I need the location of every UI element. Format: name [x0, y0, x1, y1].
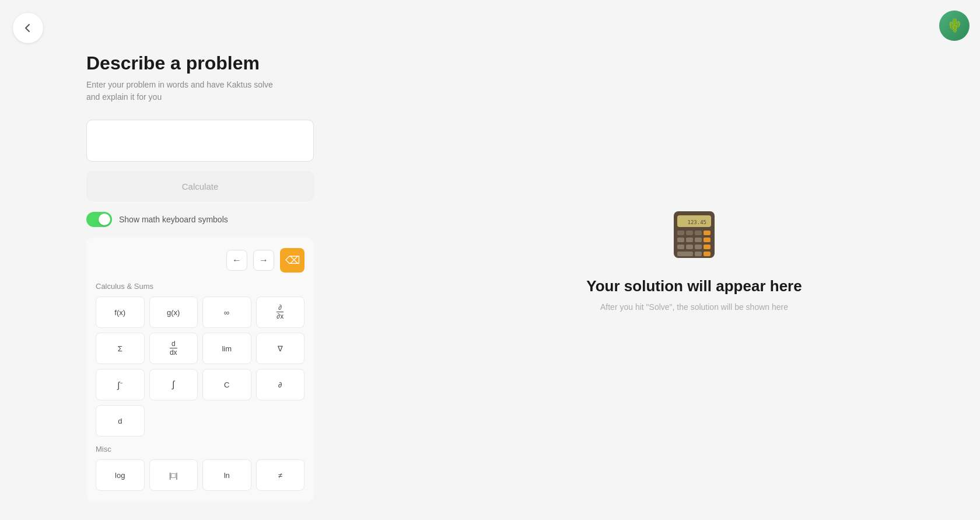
svg-text:123.45: 123.45: [687, 219, 706, 225]
misc-key-grid: log |□| ln ≠: [96, 459, 304, 491]
svg-rect-11: [677, 245, 684, 249]
key-fx[interactable]: f(x): [96, 296, 145, 328]
key-int-super[interactable]: ∫−: [96, 369, 145, 400]
key-contour[interactable]: C: [202, 369, 251, 400]
page-title: Describe a problem: [86, 53, 314, 74]
svg-rect-8: [686, 238, 693, 242]
key-d-dx[interactable]: d dx: [149, 333, 198, 364]
key-log[interactable]: log: [96, 459, 145, 491]
svg-rect-10: [704, 238, 710, 242]
svg-rect-5: [695, 231, 702, 235]
key-nabla[interactable]: ∇: [256, 333, 305, 364]
solution-title: Your solution will appear here: [586, 277, 802, 295]
svg-rect-9: [695, 238, 702, 242]
keyboard-panel: ← → ⌫ Calculus & Sums f(x) g(x) ∞ ∂ ∂x Σ…: [86, 238, 314, 501]
key-abs[interactable]: |□|: [149, 459, 198, 491]
svg-rect-13: [695, 245, 702, 249]
page-subtitle: Enter your problem in words and have Kak…: [86, 79, 314, 103]
key-lim[interactable]: lim: [202, 333, 251, 364]
keyboard-nav: ← → ⌫: [96, 248, 304, 273]
misc-section-label: Misc: [96, 445, 304, 453]
svg-rect-12: [686, 245, 693, 249]
calculator-icon: 123.45: [668, 208, 720, 261]
calculate-button[interactable]: Calculate: [86, 171, 314, 201]
svg-rect-7: [677, 238, 684, 242]
svg-rect-17: [704, 252, 710, 256]
calculus-key-grid: f(x) g(x) ∞ ∂ ∂x Σ d dx lim ∇ ∫− ∫ C ∂: [96, 296, 304, 437]
toggle-label: Show math keyboard symbols: [119, 215, 228, 224]
svg-rect-6: [704, 231, 710, 235]
key-gx[interactable]: g(x): [149, 296, 198, 328]
svg-rect-4: [686, 231, 693, 235]
svg-rect-14: [704, 245, 710, 249]
nav-right-button[interactable]: →: [253, 250, 274, 271]
key-partial-dx[interactable]: ∂ ∂x: [256, 296, 305, 328]
key-sigma[interactable]: Σ: [96, 333, 145, 364]
key-inf[interactable]: ∞: [202, 296, 251, 328]
svg-rect-3: [677, 231, 684, 235]
solution-subtitle: After you hit "Solve", the solution will…: [600, 302, 788, 312]
right-panel: 123.45 Your solution will appear here Af…: [408, 0, 980, 520]
key-ln[interactable]: ln: [202, 459, 251, 491]
key-d[interactable]: d: [96, 405, 145, 437]
left-panel: Describe a problem Enter your problem in…: [86, 53, 314, 501]
key-neq[interactable]: ≠: [256, 459, 305, 491]
nav-left-button[interactable]: ←: [226, 250, 247, 271]
toggle-row: Show math keyboard symbols: [86, 212, 314, 227]
key-partial-small[interactable]: ∂: [256, 369, 305, 400]
back-button[interactable]: [13, 13, 43, 43]
key-int[interactable]: ∫: [149, 369, 198, 400]
keyboard-toggle[interactable]: [86, 212, 112, 227]
nav-delete-button[interactable]: ⌫: [280, 248, 304, 273]
calculus-section-label: Calculus & Sums: [96, 282, 304, 291]
svg-rect-15: [677, 252, 693, 256]
svg-rect-16: [695, 252, 702, 256]
problem-input[interactable]: [86, 120, 314, 162]
